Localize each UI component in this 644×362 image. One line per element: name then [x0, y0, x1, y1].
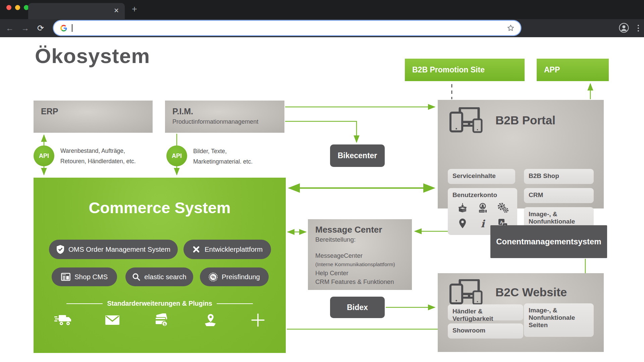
close-window-button[interactable] [6, 5, 11, 10]
b2c-website-title: B2C Website [495, 286, 567, 299]
package-icon [457, 203, 468, 214]
bidex-box: Bidex [330, 297, 385, 318]
plugins-icons-row: $ [54, 313, 265, 327]
profile-avatar[interactable] [619, 23, 629, 33]
serviceinhalte-box: Serviceinhalte [448, 169, 515, 184]
b2c-website-header: B2C Website [449, 279, 567, 305]
payment-card-icon: $ [153, 313, 169, 327]
info-icon: i [479, 218, 486, 229]
pill-dev-label: Entwicklerplattform [205, 245, 263, 253]
forward-button[interactable]: → [20, 23, 30, 33]
browser-menu-icon[interactable] [637, 23, 639, 33]
svg-text:$: $ [164, 322, 166, 326]
back-button[interactable]: ← [5, 23, 15, 33]
tools-icon [192, 245, 201, 254]
percent-badge-icon: % [209, 273, 218, 282]
shield-check-icon [56, 245, 64, 254]
rule-right [217, 303, 253, 304]
pim-box: P.I.M. Productinformationmanagement [165, 101, 284, 133]
devices-icon [449, 279, 483, 305]
address-bar[interactable] [54, 21, 521, 35]
plugins-title: Standarderweiterungen & Plugins [107, 300, 212, 307]
benutzerkonto-label: Benutzerkonto [452, 191, 497, 198]
window-controls [6, 5, 29, 10]
page-content: Ökosystem ERP P.I.M. Productinformationm… [0, 37, 644, 362]
delivery-truck-icon [54, 314, 72, 326]
showroom-box: Showroom [448, 323, 523, 339]
pill-entwicklerplattform: Entwicklerplattform [183, 240, 271, 259]
b2c-website-box: B2C Website Händler & Verfügbarkeit Show… [438, 273, 604, 352]
devices-icon [449, 107, 483, 133]
map-pin-icon [202, 313, 218, 327]
connector-pim-bikecenter [285, 121, 357, 142]
haendler-box: Händler & Verfügbarkeit [448, 304, 523, 320]
cms-layout-icon [61, 273, 70, 281]
message-center-subtitle: Bereitstellung: [315, 236, 405, 243]
envelope-icon [105, 315, 120, 325]
crm-box: CRM [524, 188, 594, 203]
rule-left [66, 303, 103, 304]
b2b-portal-box: B2B Portal Serviceinhalte B2B Shop Benut… [438, 100, 604, 208]
reload-button[interactable]: ⟳ [36, 23, 46, 33]
message-center-lines: MesseageCenter (Interne Kommunikationspl… [315, 251, 405, 286]
minimize-window-button[interactable] [15, 5, 20, 10]
b2b-portal-header: B2B Portal [449, 107, 555, 133]
b2b-promotion-site-box: B2B Promotion Site [405, 59, 525, 81]
plugins-heading: Standarderweiterungen & Plugins [66, 300, 253, 307]
plus-icon [251, 313, 265, 327]
b2b-shop-box: B2B Shop [524, 169, 594, 184]
browser-tab[interactable]: ✕ [28, 3, 125, 19]
user-login-icon [477, 203, 488, 214]
pill-preisfindung: % Preisfindung [200, 267, 269, 286]
pim-label: P.I.M. [172, 107, 277, 116]
browser-window: ✕ + ← → ⟳ [0, 0, 644, 362]
commerce-system-box: Commerce System OMS Order Management Sys… [34, 178, 286, 353]
pill-cms-label: Shop CMS [74, 273, 108, 281]
erp-box: ERP [34, 101, 153, 133]
b2b-portal-title: B2B Portal [495, 114, 555, 127]
b2c-image-box: Image-, & Nonfunktionale Seiten [524, 303, 594, 337]
gears-icon [497, 203, 508, 214]
message-center-box: Message Center Bereitstellung: MesseageC… [308, 219, 412, 290]
search-icon [132, 273, 140, 281]
page-title: Ökosystem [35, 44, 150, 68]
api-badge-pim: API [166, 145, 187, 166]
pill-elastic-search: elastic search [125, 267, 193, 286]
connector-portal-messagecenter [415, 212, 453, 231]
app-box: APP [537, 59, 609, 81]
pill-price-label: Preisfindung [222, 273, 260, 281]
google-logo-icon [60, 24, 68, 32]
api-erp-note: Warenbestand, Aufträge, Retouren, Händle… [60, 146, 136, 167]
message-center-title: Message Center [315, 225, 405, 235]
pim-sublabel: Productinformationmanagement [172, 118, 277, 125]
new-tab-button[interactable]: + [129, 4, 140, 14]
pill-shop-cms: Shop CMS [52, 267, 117, 286]
pill-oms-label: OMS Order Management System [68, 245, 170, 253]
bookmark-star-icon[interactable] [507, 24, 515, 32]
location-pin-icon [458, 218, 467, 229]
commerce-system-title: Commerce System [34, 198, 286, 217]
svg-text:i: i [481, 218, 485, 229]
api-pim-note: Bilder, Texte, Marketingmaterial. etc. [193, 146, 253, 167]
svg-text:%: % [211, 275, 215, 279]
api-badge-erp: API [34, 145, 54, 166]
pill-search-label: elastic search [144, 273, 186, 281]
bikecenter-box: Bikecenter [330, 144, 385, 167]
contentmanagement-box: Conentmanagementsystem [490, 225, 607, 258]
tab-strip: ✕ + [0, 0, 644, 19]
text-cursor [72, 24, 72, 32]
pill-oms: OMS Order Management System [49, 240, 178, 259]
tab-close-icon[interactable]: ✕ [112, 6, 121, 15]
erp-label: ERP [41, 107, 145, 116]
